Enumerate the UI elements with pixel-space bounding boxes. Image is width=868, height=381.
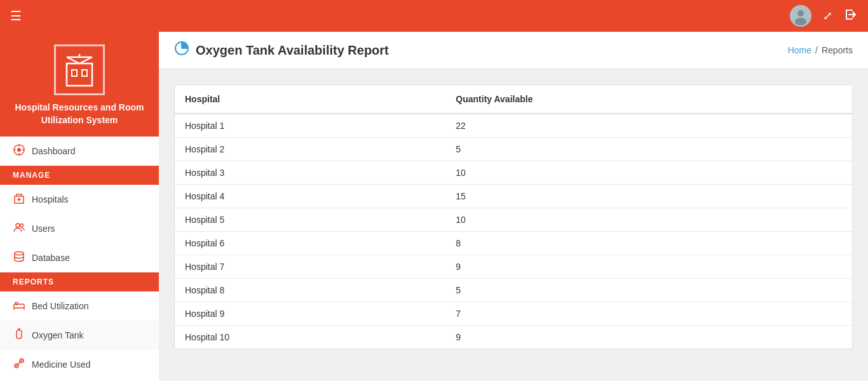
medicine-icon (13, 358, 25, 371)
sidebar-item-medicine-used[interactable]: Medicine Used (0, 350, 159, 379)
breadcrumb-current: Reports (822, 45, 853, 55)
sidebar-item-database[interactable]: Database (0, 243, 159, 272)
cell-hospital: Hospital 2 (175, 138, 445, 161)
dashboard-icon (13, 144, 25, 158)
breadcrumb-home[interactable]: Home (788, 45, 811, 55)
hospitals-label: Hospitals (32, 194, 69, 204)
svg-line-7 (79, 57, 92, 64)
page-title-area: Oxygen Tank Availability Report (174, 41, 389, 60)
svg-point-20 (20, 224, 24, 227)
sidebar-item-dashboard[interactable]: Dashboard (0, 137, 159, 166)
report-table-container: Hospital Quantity Available Hospital 1 2… (174, 84, 853, 349)
cell-quantity: 8 (445, 232, 852, 255)
database-label: Database (32, 253, 70, 263)
cell-quantity: 10 (445, 161, 852, 185)
cell-quantity: 15 (445, 185, 852, 208)
cell-hospital: Hospital 6 (175, 232, 445, 255)
table-row: Hospital 9 7 (175, 302, 852, 326)
database-icon (13, 251, 25, 265)
svg-point-11 (17, 148, 21, 152)
table-row: Hospital 3 10 (175, 161, 852, 185)
svg-line-6 (67, 57, 79, 64)
svg-rect-5 (82, 70, 87, 76)
sidebar-item-users[interactable]: Users (0, 214, 159, 243)
svg-point-2 (795, 18, 806, 25)
svg-rect-26 (17, 330, 22, 338)
sidebar: Hospital Resources and Room Utilization … (0, 32, 159, 381)
cell-hospital: Hospital 3 (175, 161, 445, 185)
cell-quantity: 5 (445, 138, 852, 161)
cell-hospital: Hospital 9 (175, 302, 445, 326)
table-header-row: Hospital Quantity Available (175, 85, 852, 114)
table-row: Hospital 2 5 (175, 138, 852, 161)
manage-section-header: MANAGE (0, 166, 159, 185)
table-row: Hospital 7 9 (175, 255, 852, 279)
cell-hospital: Hospital 1 (175, 114, 445, 138)
cell-hospital: Hospital 10 (175, 326, 445, 349)
page-title: Oxygen Tank Availability Report (196, 43, 389, 58)
oxygen-icon (13, 328, 25, 342)
breadcrumb-bar: Oxygen Tank Availability Report Home / R… (159, 32, 868, 69)
svg-point-1 (797, 10, 804, 17)
page-title-icon (174, 41, 189, 60)
users-icon (13, 222, 25, 236)
navbar-right: ⤢ (790, 5, 858, 27)
cell-quantity: 10 (445, 208, 852, 232)
cell-quantity: 9 (445, 326, 852, 349)
table-row: Hospital 10 9 (175, 326, 852, 349)
app-title: Hospital Resources and Room Utilization … (6, 102, 153, 126)
svg-rect-3 (67, 64, 92, 86)
cell-quantity: 22 (445, 114, 852, 138)
users-label: Users (32, 224, 55, 234)
navbar-left: ☰ (10, 8, 22, 23)
bed-icon (13, 299, 25, 313)
avatar[interactable] (790, 5, 811, 27)
sidebar-logo: Hospital Resources and Room Utilization … (0, 32, 159, 137)
table-row: Hospital 6 8 (175, 232, 852, 255)
cell-quantity: 9 (445, 255, 852, 279)
fullscreen-icon[interactable]: ⤢ (823, 9, 832, 23)
svg-line-31 (15, 359, 23, 367)
svg-rect-4 (72, 70, 77, 76)
hospitals-icon (13, 192, 25, 206)
col-hospital: Hospital (175, 85, 445, 114)
cell-quantity: 7 (445, 302, 852, 326)
content-area: Hospital Quantity Available Hospital 1 2… (159, 69, 868, 381)
breadcrumb: Home / Reports (788, 45, 853, 55)
col-quantity: Quantity Available (445, 85, 852, 114)
table-row: Hospital 4 15 (175, 185, 852, 208)
cell-hospital: Hospital 7 (175, 255, 445, 279)
oxygen-tank-label: Oxygen Tank (32, 330, 83, 340)
sidebar-item-bed-utilization[interactable]: Bed Utilization (0, 291, 159, 321)
logout-icon[interactable] (844, 8, 858, 25)
cell-hospital: Hospital 8 (175, 279, 445, 302)
svg-point-19 (16, 224, 20, 227)
cell-hospital: Hospital 4 (175, 185, 445, 208)
main-content: Oxygen Tank Availability Report Home / R… (159, 32, 868, 381)
report-table: Hospital Quantity Available Hospital 1 2… (175, 85, 852, 349)
sidebar-item-hospitals[interactable]: Hospitals (0, 185, 159, 214)
breadcrumb-separator: / (815, 45, 818, 55)
table-row: Hospital 5 10 (175, 208, 852, 232)
sidebar-nav: Dashboard MANAGE Hospitals (0, 137, 159, 381)
table-row: Hospital 8 5 (175, 279, 852, 302)
top-navbar: ☰ ⤢ (0, 0, 868, 32)
dashboard-label: Dashboard (32, 146, 76, 156)
bed-utilization-label: Bed Utilization (32, 301, 89, 311)
svg-point-21 (15, 252, 24, 255)
cell-hospital: Hospital 5 (175, 208, 445, 232)
reports-section-header: REPORTS (0, 272, 159, 291)
hamburger-icon[interactable]: ☰ (10, 8, 22, 23)
medicine-used-label: Medicine Used (32, 359, 91, 370)
svg-point-25 (15, 302, 18, 305)
table-row: Hospital 1 22 (175, 114, 852, 138)
sidebar-item-oxygen-tank[interactable]: Oxygen Tank (0, 321, 159, 350)
logo-box (54, 44, 105, 95)
cell-quantity: 5 (445, 279, 852, 302)
